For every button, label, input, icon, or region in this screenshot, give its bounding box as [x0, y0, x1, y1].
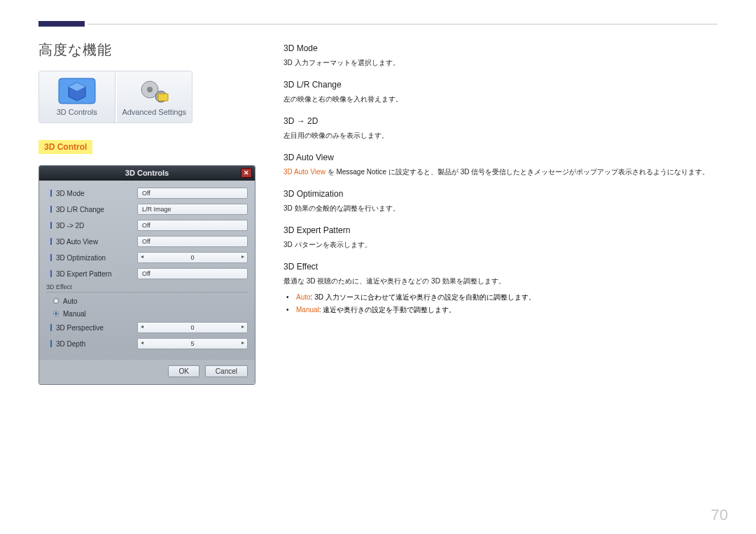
- def-body: 3D 入力フォーマットを選択します。: [284, 57, 718, 69]
- def-body: 3D パターンを表示します。: [284, 239, 718, 251]
- dialog-row-field[interactable]: Off: [137, 268, 248, 279]
- dialog-row-4: 3D Optimization◂0▸: [46, 251, 248, 265]
- dialog-row-label-text: 3D Optimization: [56, 254, 106, 262]
- dialog-row-label-text: 3D Auto View: [56, 238, 98, 246]
- header-rule-line: [88, 24, 718, 24]
- dialog-row-label: 3D Mode: [46, 190, 137, 197]
- dialog-row-3: 3D Auto ViewOff: [46, 234, 248, 248]
- dialog-row-label: 3D Depth: [46, 340, 137, 348]
- tile-3d-controls[interactable]: 3D Controls: [39, 71, 115, 122]
- def-body: 左の映像と右の映像を入れ替えます。: [284, 94, 718, 105]
- tile-label: Advanced Settings: [120, 108, 190, 117]
- bullet-bar-icon: [50, 324, 52, 331]
- dialog-row-label-text: 3D Depth: [56, 340, 85, 348]
- dialog-row-label: 3D L/R Change: [46, 206, 137, 213]
- bullet-bar-icon: [50, 340, 52, 347]
- dialog-row-label-text: 3D -> 2D: [56, 222, 84, 230]
- dialog-row-field[interactable]: Off: [137, 220, 248, 231]
- section-highlight: 3D Control: [38, 140, 92, 154]
- dialog-row-label: 3D -> 2D: [46, 222, 137, 230]
- def-body: 左目用の映像のみを表示します。: [284, 130, 718, 141]
- bullet-item: Auto: 3D 入力ソースに合わせて遠近や奥行きの設定を自動的に調整します。: [296, 291, 718, 304]
- dialog-row-field[interactable]: L/R Image: [137, 204, 248, 215]
- dialog-row-0: 3D ModeOff: [46, 186, 248, 200]
- dialog-row-value: Off: [142, 222, 150, 229]
- dialog-row-field[interactable]: ◂0▸: [137, 322, 248, 333]
- cancel-button[interactable]: Cancel: [205, 365, 248, 377]
- tile-label: 3D Controls: [42, 108, 112, 117]
- svg-rect-7: [158, 94, 168, 101]
- dialog-row-value: 0: [190, 254, 194, 261]
- bullet-bar-icon: [50, 190, 52, 197]
- dialog-row-label: 3D Optimization: [46, 254, 137, 262]
- dialog-row-label-text: 3D Mode: [56, 190, 85, 197]
- page-title: 高度な機能: [38, 41, 255, 59]
- accent-text: 3D Auto View: [284, 168, 326, 176]
- def-heading: 3D Mode: [284, 43, 718, 53]
- dialog-row-value: 0: [190, 324, 194, 331]
- dialog-titlebar: 3D Controls ✕: [39, 166, 255, 181]
- dialog-row-value: Off: [142, 238, 150, 245]
- dialog-row-label: 3D Auto View: [46, 238, 137, 246]
- def-heading: 3D Optimization: [284, 189, 718, 199]
- dialog-row-field[interactable]: Off: [137, 188, 248, 199]
- close-icon[interactable]: ✕: [241, 168, 252, 178]
- radio-auto[interactable]: Auto: [46, 295, 248, 307]
- dialog-row-value: 5: [190, 340, 194, 347]
- radio-label: Auto: [63, 297, 78, 305]
- cube-icon: [57, 77, 97, 105]
- gears-icon: [134, 77, 174, 105]
- dialog-3d-controls: 3D Controls ✕ 3D ModeOff3D L/R ChangeL/R…: [38, 165, 255, 385]
- chevron-right-icon[interactable]: ▸: [241, 339, 244, 346]
- group-3d-effect: 3D Effect: [46, 283, 248, 293]
- dialog-row-label: 3D Perspective: [46, 324, 137, 332]
- dialog-row-field[interactable]: ◂5▸: [137, 338, 248, 349]
- radio-manual[interactable]: Manual: [46, 308, 248, 319]
- chevron-right-icon[interactable]: ▸: [241, 253, 244, 260]
- def-heading: 3D → 2D: [284, 116, 718, 126]
- chevron-right-icon[interactable]: ▸: [241, 323, 244, 330]
- dialog-row-5: 3D Expert PatternOff: [46, 267, 248, 281]
- definitions-column: 3D Mode3D 入力フォーマットを選択します。3D L/R Change左の…: [284, 41, 718, 385]
- bullet-list: Auto: 3D 入力ソースに合わせて遠近や奥行きの設定を自動的に調整します。M…: [284, 291, 718, 316]
- bullet-bar-icon: [50, 222, 52, 229]
- dialog-row-label: 3D Expert Pattern: [46, 270, 137, 278]
- bullet-bar-icon: [50, 238, 52, 245]
- radio-icon: [53, 298, 59, 304]
- header-rule-accent: [38, 21, 88, 27]
- dialog-row-value: L/R Image: [142, 206, 172, 213]
- dialog-row-2: 3D -> 2DOff: [46, 218, 248, 232]
- def-heading: 3D Effect: [284, 262, 718, 272]
- chevron-left-icon[interactable]: ◂: [141, 323, 144, 330]
- ok-button[interactable]: OK: [168, 365, 199, 377]
- chevron-left-icon[interactable]: ◂: [141, 253, 144, 260]
- dialog-row-value: Off: [142, 190, 150, 197]
- dialog-row-value: Off: [142, 270, 150, 277]
- def-body: 3D Auto View を Message Notice に設定すると、製品が…: [284, 167, 718, 178]
- dialog-row-eff-0: 3D Perspective◂0▸: [46, 321, 248, 335]
- radio-label: Manual: [63, 310, 86, 318]
- def-body: 3D 効果の全般的な調整を行います。: [284, 203, 718, 214]
- dialog-row-eff-1: 3D Depth◂5▸: [46, 337, 248, 351]
- dialog-row-label-text: 3D Expert Pattern: [56, 270, 111, 278]
- dialog-row-field[interactable]: Off: [137, 236, 248, 247]
- menu-tiles: 3D Controls Advanced Settings: [38, 71, 192, 123]
- header-rule: [38, 21, 718, 27]
- def-heading: 3D L/R Change: [284, 80, 718, 90]
- accent-text: Manual: [296, 306, 319, 314]
- dialog-row-field[interactable]: ◂0▸: [137, 252, 248, 263]
- def-body: 最適な 3D 視聴のために、遠近や奥行きなどの 3D 効果を調整します。: [284, 276, 718, 287]
- def-heading: 3D Expert Pattern: [284, 225, 718, 235]
- radio-icon: [53, 311, 59, 316]
- svg-point-4: [147, 87, 153, 92]
- bullet-bar-icon: [50, 254, 52, 261]
- dialog-row-label-text: 3D L/R Change: [56, 206, 104, 213]
- tile-advanced-settings[interactable]: Advanced Settings: [117, 71, 192, 122]
- bullet-bar-icon: [50, 206, 52, 213]
- accent-text: Auto: [296, 293, 311, 301]
- def-heading: 3D Auto View: [284, 153, 718, 162]
- chevron-left-icon[interactable]: ◂: [141, 339, 144, 346]
- bullet-item: Manual: 遠近や奥行きの設定を手動で調整します。: [296, 304, 718, 316]
- dialog-title: 3D Controls: [125, 169, 169, 177]
- dialog-row-label-text: 3D Perspective: [56, 324, 104, 332]
